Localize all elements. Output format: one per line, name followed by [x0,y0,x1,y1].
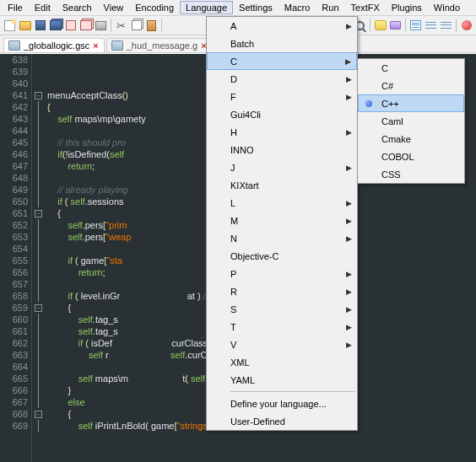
lang-submenu-item[interactable]: C++ [358,94,464,112]
menu-encoding[interactable]: Encoding [129,1,180,14]
menu-item-label: J [230,163,235,173]
lang-menu-item[interactable]: INNO [207,141,357,158]
lang-menu-item[interactable]: Gui4Cli [207,105,357,123]
file-tab[interactable]: _hud_message.g× [106,38,213,52]
submenu-arrow-icon: ▶ [346,323,352,331]
indent-button-1[interactable] [424,19,438,33]
lang-menu-item[interactable]: KIXtart [207,176,357,194]
lang-menu-item[interactable]: M▶ [207,212,357,229]
submenu-arrow-icon: ▶ [346,75,352,83]
lang-menu-item[interactable]: XML [207,353,357,371]
menu-file[interactable]: File [2,1,29,14]
lang-menu-item[interactable]: A▶ [207,17,357,35]
menu-item-label: Caml [381,116,403,126]
selected-bullet-icon [365,100,372,107]
menu-textfx[interactable]: TextFX [345,1,386,14]
file-tab[interactable]: _globallogic.gsc× [3,38,105,52]
save-all-button[interactable] [48,19,62,33]
lang-menu-item[interactable]: P▶ [207,265,357,282]
menu-windo[interactable]: Windo [428,1,466,14]
lang-submenu-item[interactable]: C# [358,77,464,94]
cut-button[interactable]: ✂ [114,19,128,33]
menu-item-label: F [230,92,236,102]
lang-menu-item[interactable]: H▶ [207,123,357,141]
menu-item-label: P [230,269,236,279]
lang-menu-item[interactable]: T▶ [207,318,357,336]
submenu-arrow-icon: ▶ [346,287,352,296]
lang-submenu-item[interactable]: C [358,59,464,77]
menu-view[interactable]: View [98,1,130,14]
lang-menu-item[interactable]: YAML [207,371,357,389]
menu-item-label: INNO [230,145,254,155]
copy-button[interactable] [129,19,143,33]
lang-submenu-item[interactable]: CSS [358,165,464,183]
menu-macro[interactable]: Macro [279,1,316,14]
language-menu[interactable]: A▶BatchC▶D▶F▶Gui4CliH▶INNOJ▶KIXtartL▶M▶N… [206,16,358,431]
menu-item-label: YAML [230,375,255,385]
submenu-arrow-icon: ▶ [346,217,352,225]
indent-button-2[interactable] [439,19,453,33]
save-button[interactable] [33,19,47,33]
menu-item-label: R [230,287,237,297]
menu-item-label: D [230,74,237,84]
menu-item-label: XML [230,357,250,368]
fold-gutter[interactable]: −−−− [32,54,44,462]
list-button[interactable] [408,19,423,33]
lang-menu-item[interactable]: S▶ [207,300,357,318]
lang-submenu-item[interactable]: Caml [358,112,464,130]
submenu-arrow-icon: ▶ [346,234,352,243]
close-button[interactable] [63,19,78,33]
menu-plugins[interactable]: Plugins [386,1,428,14]
menu-item-label: KIXtart [230,180,259,191]
lang-submenu-item[interactable]: Cmake [358,130,464,148]
lang-menu-item[interactable]: N▶ [207,229,357,247]
submenu-arrow-icon: ▶ [346,164,352,172]
submenu-arrow-icon: ▶ [346,93,352,101]
lang-menu-item[interactable]: User-Defined [207,412,357,430]
menu-run[interactable]: Run [316,1,344,14]
submenu-arrow-icon: ▶ [346,22,352,30]
submenu-arrow-icon: ▶ [346,341,352,349]
open-file-button[interactable] [18,19,32,33]
menu-item-label: Objective-C [230,251,279,261]
paste-button[interactable] [144,19,159,33]
lang-menu-item[interactable]: C▶ [207,52,357,70]
eye-button[interactable] [388,19,403,33]
lang-menu-item[interactable]: Objective-C [207,247,357,265]
lang-submenu-item[interactable]: COBOL [358,148,464,165]
menu-item-label: C++ [381,99,399,109]
new-file-button[interactable] [3,19,17,33]
lang-menu-item[interactable]: R▶ [207,282,357,300]
lang-menu-item[interactable]: Define your language... [207,395,357,412]
tab-label: _hud_message.g [127,40,197,51]
lang-menu-item[interactable]: Batch [207,35,357,52]
print-button[interactable] [94,19,108,33]
menu-item-label: H [230,127,237,137]
lang-menu-item[interactable]: D▶ [207,70,357,88]
menu-item-label: Cmake [381,134,411,144]
submenu-arrow-icon: ▶ [346,305,352,314]
menu-item-label: T [230,322,236,332]
menu-item-label: C# [381,81,393,91]
record-button[interactable] [459,19,473,33]
yellow-button-1[interactable] [373,19,387,33]
lang-menu-item[interactable]: L▶ [207,194,357,212]
submenu-arrow-icon: ▶ [346,199,352,207]
file-icon [111,40,123,51]
lang-menu-item[interactable]: F▶ [207,88,357,105]
language-c-submenu[interactable]: CC#C++CamlCmakeCOBOLCSS [357,58,465,184]
menu-search[interactable]: Search [57,1,98,14]
menu-item-label: N [230,234,237,244]
menu-item-label: CSS [381,169,401,180]
menu-edit[interactable]: Edit [29,1,57,14]
close-all-button[interactable] [78,19,93,33]
menu-settings[interactable]: Settings [233,1,279,14]
menu-item-label: Define your language... [230,399,327,409]
tab-close-icon[interactable]: × [93,40,98,51]
submenu-arrow-icon: ▶ [345,57,351,66]
lang-menu-item[interactable]: V▶ [207,336,357,353]
menu-language[interactable]: Language [180,1,233,14]
line-number-gutter: 6386396406416426436446456466476486496506… [0,54,32,462]
lang-menu-item[interactable]: J▶ [207,158,357,176]
tab-label: _globallogic.gsc [24,40,89,51]
